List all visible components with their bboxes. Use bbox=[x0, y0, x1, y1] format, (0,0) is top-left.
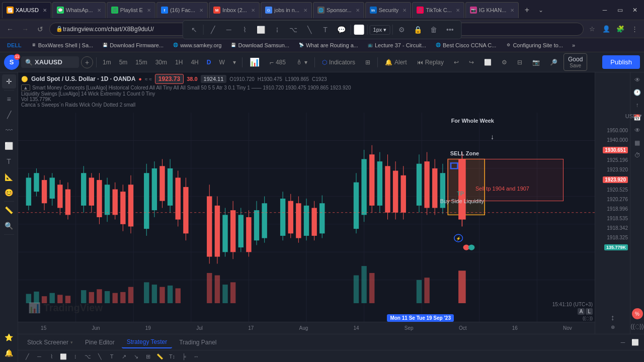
tf-30m[interactable]: 30m bbox=[152, 57, 170, 67]
bm-dell[interactable]: DELL bbox=[4, 41, 25, 49]
minimize-button[interactable]: ─ bbox=[598, 3, 612, 17]
tf-w[interactable]: W bbox=[216, 57, 227, 67]
bm-firmware[interactable]: 💾 Download Firmware... bbox=[99, 41, 167, 49]
tf-d[interactable]: D bbox=[204, 57, 214, 67]
redo-button[interactable]: ↪ bbox=[465, 57, 478, 68]
bm-lecture[interactable]: 📺 Lecture 37 - Circuit... bbox=[364, 41, 429, 49]
chart-type-button[interactable]: 📊 bbox=[246, 55, 264, 69]
rt-show-icon[interactable]: 👁 bbox=[632, 125, 643, 136]
tab-xauusd[interactable]: 📈 XAUUSD ✕ bbox=[2, 2, 51, 18]
symbol-input[interactable]: XAUUSD bbox=[35, 58, 75, 66]
sidebar-measure-icon[interactable]: 📏 bbox=[2, 203, 16, 217]
sidebar-emoji-icon[interactable]: 😊 bbox=[2, 186, 16, 200]
tab-pine-editor[interactable]: Pine Editor bbox=[80, 337, 120, 348]
settings-icon[interactable]: ⋮ bbox=[629, 24, 640, 35]
tab-strategy-tester[interactable]: Strategy Tester bbox=[122, 336, 172, 348]
bm-configure[interactable]: ⚙ Configuring Site to... bbox=[502, 41, 566, 49]
tab-close-fb[interactable]: ✕ bbox=[199, 8, 203, 13]
pt-channel[interactable]: ⫶ bbox=[70, 351, 80, 361]
chart-properties-btn[interactable]: ⌐ 485 bbox=[266, 56, 290, 68]
rt-percent-badge[interactable]: % bbox=[632, 308, 643, 319]
tf-15m[interactable]: 15m bbox=[132, 57, 150, 67]
bm-samkey[interactable]: 🌐 www.samkey.org bbox=[170, 41, 224, 49]
pt-line1[interactable]: ╱ bbox=[22, 351, 32, 361]
tab-close-gm[interactable]: ✕ bbox=[251, 8, 255, 13]
pt-arrow-dn[interactable]: ↘ bbox=[131, 351, 141, 361]
sidebar-alert-icon[interactable]: 🔔 bbox=[2, 346, 16, 360]
tab-close-tt[interactable]: ✕ bbox=[456, 8, 460, 13]
main-chart[interactable]: 🟡 Gold Spot / U.S. Dollar · 1D · OANDA ●… bbox=[18, 72, 595, 334]
rt-up-icon[interactable]: ↑ bbox=[632, 100, 643, 111]
new-tab-button[interactable]: + bbox=[520, 3, 534, 17]
rt-clock-icon[interactable]: 🕐 bbox=[632, 87, 643, 98]
sidebar-bar-pattern-icon[interactable]: ≡ bbox=[2, 92, 16, 106]
bm-ccna[interactable]: 🌐 Best Cisco CCNA C... bbox=[432, 41, 499, 49]
indicators-button[interactable]: ⬡ Indicators bbox=[318, 57, 359, 68]
tab-stock-screener[interactable]: Stock Screener ▾ bbox=[22, 337, 78, 348]
bm-overflow[interactable]: » bbox=[569, 41, 578, 49]
axis-up-icon[interactable]: ↕ bbox=[611, 313, 615, 322]
bookmark-star-icon[interactable]: ☆ bbox=[587, 24, 598, 35]
pt-grid[interactable]: ⊞ bbox=[143, 351, 153, 361]
pt-ruler[interactable]: 📏 bbox=[155, 351, 165, 361]
tab-facebook[interactable]: f (16) Fac... ✕ bbox=[156, 2, 208, 18]
bm-samsung[interactable]: 💾 Download Samsun... bbox=[227, 41, 292, 49]
undo-button[interactable]: ↩ bbox=[450, 57, 463, 68]
tab-close-ig[interactable]: ✕ bbox=[510, 8, 514, 13]
tab-close-sec[interactable]: ✕ bbox=[403, 8, 407, 13]
tab-security[interactable]: in Security ✕ bbox=[365, 2, 412, 18]
pt-line2[interactable]: ─ bbox=[34, 351, 44, 361]
maximize-button[interactable]: ▭ bbox=[613, 3, 627, 17]
add-symbol-button[interactable]: + bbox=[81, 56, 93, 68]
sidebar-crosshair-icon[interactable]: ✛ bbox=[2, 74, 16, 88]
pt-arrow-up[interactable]: ↗ bbox=[119, 351, 129, 361]
panel-minimize-icon[interactable]: ─ bbox=[618, 337, 628, 347]
camera-button[interactable]: 📷 bbox=[528, 57, 544, 68]
rt-watch-icon[interactable]: 👁 bbox=[632, 74, 643, 85]
tab-close-pl[interactable]: ✕ bbox=[147, 8, 151, 13]
rt-bar-icon[interactable]: ▦ bbox=[632, 137, 643, 148]
axis-reset-icon[interactable]: ⊕ bbox=[611, 324, 615, 330]
sidebar-shapes-icon[interactable]: ⬜ bbox=[2, 139, 16, 153]
panel-maximize-icon[interactable]: ⬜ bbox=[630, 337, 640, 347]
good-save-button[interactable]: Good Save bbox=[564, 53, 587, 71]
pt-ruler2[interactable]: T↕ bbox=[167, 351, 177, 361]
tv-logo[interactable]: S 11 bbox=[4, 55, 19, 70]
publish-button[interactable]: Publish bbox=[602, 55, 640, 69]
close-button[interactable]: ✕ bbox=[628, 3, 642, 17]
pt-diagonal[interactable]: ╲ bbox=[95, 351, 105, 361]
bm-boxwares[interactable]: 🖥 BoxWares Shell | Sa... bbox=[28, 41, 96, 49]
tab-close-sp[interactable]: ✕ bbox=[356, 8, 360, 13]
fullscreen-button[interactable]: ⬜ bbox=[480, 57, 496, 68]
refresh-button[interactable]: ↺ bbox=[34, 23, 46, 35]
tf-more[interactable]: ▾ bbox=[230, 57, 239, 67]
alert-button[interactable]: 🔔 Alert bbox=[381, 57, 411, 68]
tab-jobs[interactable]: G jobs in n... ✕ bbox=[261, 2, 312, 18]
tab-close-jobs[interactable]: ✕ bbox=[303, 8, 307, 13]
sidebar-magnify-icon[interactable]: ⭐ bbox=[2, 330, 16, 344]
back-button[interactable]: ← bbox=[4, 23, 16, 35]
tab-close-wa[interactable]: ✕ bbox=[97, 8, 101, 13]
symbol-search[interactable]: 🔍 XAUUSD bbox=[21, 56, 79, 68]
expand-icon[interactable]: ▲ bbox=[21, 84, 30, 91]
pt-line3[interactable]: ⌇ bbox=[46, 351, 56, 361]
tab-whatsapp[interactable]: 💬 WhatsAp... ✕ bbox=[52, 2, 106, 18]
tab-gmail[interactable]: M Inbox (2... ✕ bbox=[209, 2, 260, 18]
templates-button[interactable]: ⊞ bbox=[361, 57, 374, 68]
tab-overflow-button[interactable]: ⌄ bbox=[535, 7, 547, 14]
rt-circle-icon[interactable]: ((◌)) bbox=[632, 321, 643, 332]
rt-time-icon[interactable]: ⏱ bbox=[632, 150, 643, 161]
tab-tiktok[interactable]: 🎵 TikTok C... ✕ bbox=[412, 2, 464, 18]
tab-close-xauusd[interactable]: ✕ bbox=[43, 8, 47, 13]
tf-1h[interactable]: 1H bbox=[172, 57, 186, 67]
chart-type-selector[interactable]: 🕯 ▾ bbox=[292, 56, 311, 68]
sidebar-zoom-icon[interactable]: 🔍 bbox=[2, 219, 16, 233]
bm-routing[interactable]: 📡 What are Routing a... bbox=[295, 41, 361, 49]
extensions-icon[interactable]: 🧩 bbox=[615, 24, 626, 35]
pt-arrow2[interactable]: ↔ bbox=[191, 351, 201, 361]
currency-dropdown-icon[interactable]: ▾ bbox=[639, 113, 642, 119]
settings-button[interactable]: ⚙ bbox=[498, 57, 511, 68]
pt-flag[interactable]: ╞ bbox=[179, 351, 189, 361]
layout-button[interactable]: ⊟ bbox=[513, 57, 526, 68]
sidebar-fib-icon[interactable]: 〰 bbox=[2, 123, 16, 137]
